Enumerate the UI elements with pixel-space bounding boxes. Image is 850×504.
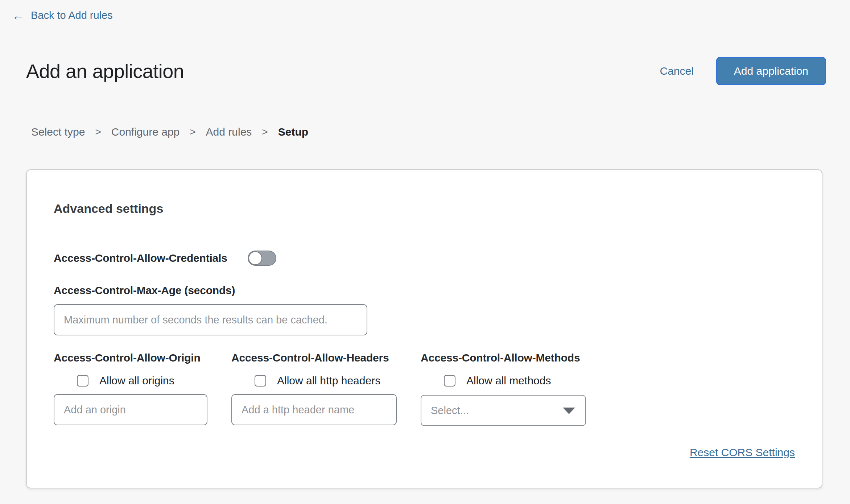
back-arrow-icon: ← bbox=[12, 10, 24, 21]
allow-origin-label: Access-Control-Allow-Origin bbox=[54, 351, 207, 364]
allow-origin-check-row: Allow all origins bbox=[77, 375, 207, 387]
allow-origin-column: Access-Control-Allow-Origin Allow all or… bbox=[54, 351, 207, 426]
methods-select[interactable]: Select... bbox=[421, 395, 586, 426]
allow-methods-check-row: Allow all methods bbox=[444, 375, 586, 387]
toggle-knob bbox=[248, 251, 262, 265]
allow-all-origins-label: Allow all origins bbox=[99, 375, 174, 387]
back-link-label: Back to Add rules bbox=[31, 9, 113, 21]
credentials-toggle[interactable] bbox=[248, 251, 276, 266]
breadcrumb-setup-current: Setup bbox=[278, 126, 308, 138]
max-age-label: Access-Control-Max-Age (seconds) bbox=[54, 284, 795, 297]
reset-cors-link[interactable]: Reset CORS Settings bbox=[690, 446, 795, 458]
card-heading: Advanced settings bbox=[54, 201, 795, 216]
max-age-input[interactable] bbox=[54, 304, 367, 335]
add-origin-input[interactable] bbox=[54, 394, 207, 425]
breadcrumb-separator: > bbox=[95, 126, 101, 138]
page-header: Add an application Cancel Add applicatio… bbox=[26, 57, 826, 85]
allow-methods-label: Access-Control-Allow-Methods bbox=[421, 351, 586, 364]
allow-headers-column: Access-Control-Allow-Headers Allow all h… bbox=[231, 351, 397, 426]
advanced-settings-card: Advanced settings Access-Control-Allow-C… bbox=[26, 169, 822, 488]
allow-headers-label: Access-Control-Allow-Headers bbox=[231, 351, 397, 364]
allow-all-headers-checkbox[interactable] bbox=[255, 375, 266, 387]
credentials-row: Access-Control-Allow-Credentials bbox=[54, 251, 795, 266]
add-application-button[interactable]: Add application bbox=[716, 57, 826, 85]
breadcrumb-separator: > bbox=[190, 126, 195, 138]
breadcrumb: Select type > Configure app > Add rules … bbox=[31, 126, 850, 138]
header-actions: Cancel Add application bbox=[660, 57, 826, 85]
add-header-input[interactable] bbox=[231, 394, 397, 425]
allow-all-methods-checkbox[interactable] bbox=[444, 375, 455, 387]
reset-row: Reset CORS Settings bbox=[54, 446, 795, 459]
back-link[interactable]: ← Back to Add rules bbox=[12, 9, 113, 21]
credentials-label: Access-Control-Allow-Credentials bbox=[54, 252, 227, 264]
breadcrumb-select-type[interactable]: Select type bbox=[31, 126, 85, 138]
cancel-button[interactable]: Cancel bbox=[660, 65, 693, 77]
allow-all-methods-label: Allow all methods bbox=[466, 375, 551, 387]
methods-select-value: Select... bbox=[431, 405, 469, 417]
breadcrumb-separator: > bbox=[262, 126, 268, 138]
allow-all-origins-checkbox[interactable] bbox=[77, 375, 88, 387]
allow-all-headers-label: Allow all http headers bbox=[277, 375, 380, 387]
breadcrumb-configure-app[interactable]: Configure app bbox=[111, 126, 180, 138]
allow-methods-column: Access-Control-Allow-Methods Allow all m… bbox=[421, 351, 586, 426]
cors-columns: Access-Control-Allow-Origin Allow all or… bbox=[54, 351, 795, 426]
breadcrumb-add-rules[interactable]: Add rules bbox=[206, 126, 252, 138]
chevron-down-icon bbox=[563, 408, 575, 414]
page-title: Add an application bbox=[26, 60, 184, 82]
allow-headers-check-row: Allow all http headers bbox=[255, 375, 397, 387]
